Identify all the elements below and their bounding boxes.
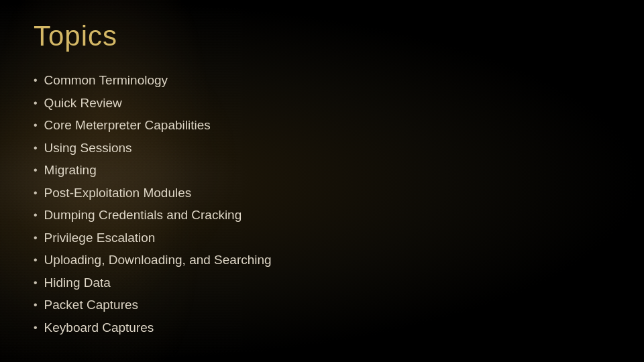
slide-content: Topics Common TerminologyQuick ReviewCor… (0, 0, 644, 362)
list-item: Migrating (34, 161, 610, 180)
list-item: Post-Exploitation Modules (34, 184, 610, 202)
list-item: Common Terminology (34, 71, 610, 90)
list-item: Using Sessions (34, 139, 610, 158)
slide-title: Topics (34, 20, 610, 52)
list-item: Privilege Escalation (34, 229, 610, 247)
list-item: Dumping Credentials and Cracking (34, 206, 610, 225)
list-item: Keyboard Captures (34, 318, 610, 337)
list-item: Hiding Data (34, 274, 610, 292)
list-item: Uploading, Downloading, and Searching (34, 251, 610, 269)
list-item: Core Meterpreter Capabilities (34, 116, 610, 135)
list-item: Quick Review (34, 94, 610, 113)
list-item: Packet Captures (34, 296, 610, 314)
topic-list: Common TerminologyQuick ReviewCore Meter… (34, 71, 610, 337)
